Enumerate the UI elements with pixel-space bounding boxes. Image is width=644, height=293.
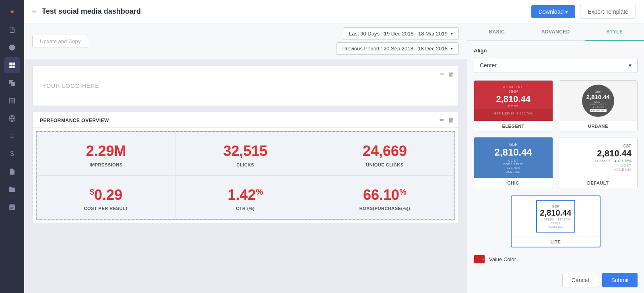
export-template-button[interactable]: Export Template: [580, 5, 636, 19]
previous-date-chevron: ▾: [451, 46, 453, 51]
perf-widget-actions: ✏ 🗑: [440, 117, 454, 123]
impressions-value: 2.29M: [43, 143, 169, 159]
tab-basic[interactable]: BASIC: [467, 23, 526, 41]
sidebar-item-note[interactable]: [4, 199, 20, 215]
sidebar-item-folder[interactable]: [4, 181, 20, 197]
logo-placeholder: YOUR LOGO HERE: [42, 83, 99, 89]
metric-cost: $0.29 COST PER RESULT: [37, 176, 176, 219]
clicks-label: CLICKS: [182, 162, 308, 167]
svg-rect-1: [9, 62, 12, 65]
sidebar-item-page[interactable]: [4, 22, 20, 38]
current-date-dropdown[interactable]: Last 90 Days : 19 Dec 2018 - 18 Mar 2019…: [343, 27, 459, 40]
panel-content: Align Center ▾ ACME INC GBP 2,810.44: [467, 41, 644, 267]
cost-label: COST PER RESULT: [43, 206, 169, 211]
align-dropdown[interactable]: Center ▾: [474, 58, 638, 73]
tab-advanced[interactable]: ADVANCED: [526, 23, 585, 41]
sidebar-item-grid[interactable]: [4, 57, 20, 73]
performance-widget: PERFORMANCE OVERVIEW ✏ 🗑 2.29M IMPRESSIO…: [32, 112, 459, 223]
subtoolbar: Update and Copy Last 90 Days : 19 Dec 20…: [24, 23, 467, 59]
update-copy-button[interactable]: Update and Copy: [32, 35, 88, 48]
chic-preview: GBP 2,810.44 COST GBP 1,233.95 127.76% A…: [474, 137, 553, 178]
main-area: ✏ Test social media dashboard Download ▾…: [24, 0, 644, 293]
cancel-button[interactable]: Cancel: [562, 273, 599, 287]
elegent-label: ELEGENT: [474, 121, 553, 131]
style-cards-grid: ACME INC GBP 2,810.44 COST GBP 1,233.95 …: [474, 80, 638, 188]
tab-style[interactable]: STYLE: [585, 23, 644, 41]
logo-edit-icon[interactable]: ✏: [440, 71, 445, 77]
sidebar-item-copy[interactable]: [4, 75, 20, 91]
metric-impressions: 2.29M IMPRESSIONS: [37, 132, 176, 176]
performance-title: PERFORMANCE OVERVIEW: [40, 118, 109, 123]
topbar: ✏ Test social media dashboard Download ▾…: [24, 0, 644, 23]
performance-widget-header: PERFORMANCE OVERVIEW ✏ 🗑: [33, 112, 458, 128]
edit-title-icon[interactable]: ✏: [32, 8, 37, 15]
style-card-elegent[interactable]: ACME INC GBP 2,810.44 COST GBP 1,233.95 …: [474, 80, 553, 131]
style-card-lite[interactable]: GBP 2,810.44 1,233.95 127.76% COST ACME …: [511, 195, 601, 247]
panel-footer: Cancel Submit: [467, 267, 644, 293]
current-date-chevron: ▾: [451, 31, 453, 36]
svg-rect-4: [12, 66, 15, 68]
metric-clicks: 32,515 CLICKS: [176, 132, 315, 176]
page-title: Test social media dashboard: [42, 7, 526, 16]
svg-rect-5: [11, 82, 15, 86]
panel-tabs: BASIC ADVANCED STYLE: [467, 23, 644, 41]
align-value: Center: [480, 62, 497, 69]
sidebar: ♥ ≡ $: [0, 0, 24, 293]
elegent-preview: ACME INC GBP 2,810.44 COST GBP 1,233.95 …: [474, 81, 553, 121]
ctr-value: 1.42%: [182, 187, 308, 203]
roas-label: ROAS(PURCHASE(%)): [322, 206, 448, 211]
value-color-swatch[interactable]: ▾: [474, 255, 485, 264]
svg-rect-2: [12, 62, 15, 65]
logo-delete-icon[interactable]: 🗑: [448, 71, 454, 77]
right-panel: BASIC ADVANCED STYLE Align Center ▾: [467, 23, 644, 293]
sidebar-item-chart[interactable]: [4, 39, 20, 56]
value-color-arrow: ▾: [482, 258, 484, 261]
sidebar-item-file[interactable]: [4, 164, 20, 180]
svg-point-0: [9, 45, 15, 51]
default-label: DEFAULT: [559, 178, 638, 188]
unique-clicks-label: UNIQUE CLICKS: [322, 162, 448, 167]
roas-value: 66.10%: [322, 187, 448, 203]
sidebar-item-table[interactable]: [4, 93, 20, 109]
perf-grid-container: 2.29M IMPRESSIONS 32,515 CLICKS 24,669 U…: [36, 131, 455, 220]
previous-date-dropdown[interactable]: Previous Period : 20 Sep 2018 - 18 Dec 2…: [336, 42, 459, 55]
dashboard-area: Update and Copy Last 90 Days : 19 Dec 20…: [24, 23, 467, 293]
svg-rect-3: [9, 66, 12, 68]
style-card-chic[interactable]: GBP 2,810.44 COST GBP 1,233.95 127.76% A…: [474, 137, 553, 188]
align-label: Align: [474, 48, 638, 54]
unique-clicks-value: 24,669: [322, 143, 448, 159]
style-card-default[interactable]: GBP 2,810.44 ↑1,233.95 ▲127.76% COST ACM…: [559, 137, 638, 188]
content-area: Update and Copy Last 90 Days : 19 Dec 20…: [24, 23, 644, 293]
perf-delete-icon[interactable]: 🗑: [448, 117, 454, 123]
metric-roas: 66.10% ROAS(PURCHASE(%)): [315, 176, 454, 219]
impressions-label: IMPRESSIONS: [43, 162, 169, 167]
ctr-label: CTR (%): [182, 206, 308, 211]
value-color-row: ▾ Value Color: [474, 255, 638, 264]
perf-grid: 2.29M IMPRESSIONS 32,515 CLICKS 24,669 U…: [37, 132, 454, 219]
lite-preview: GBP 2,810.44 1,233.95 127.76% COST ACME …: [512, 196, 600, 237]
submit-button[interactable]: Submit: [602, 273, 638, 287]
sidebar-item-list[interactable]: ≡: [4, 128, 20, 144]
lite-label: LITE: [512, 237, 600, 247]
sidebar-item-heart[interactable]: ♥: [4, 4, 20, 20]
urbane-preview: GBP 2,810.44 COST GBP 1,233.95 ▲ 12776% …: [559, 81, 638, 121]
metric-ctr: 1.42% CTR (%): [176, 176, 315, 219]
perf-edit-icon[interactable]: ✏: [440, 117, 445, 123]
sidebar-item-dollar[interactable]: $: [4, 146, 20, 162]
logo-widget-actions: ✏ 🗑: [440, 71, 454, 77]
metric-unique-clicks: 24,669 UNIQUE CLICKS: [315, 132, 454, 176]
logo-widget: YOUR LOGO HERE ✏ 🗑: [32, 66, 459, 106]
sidebar-item-globe[interactable]: [4, 110, 20, 127]
urbane-label: URBANE: [559, 121, 638, 131]
value-color-label: Value Color: [489, 256, 516, 262]
download-button[interactable]: Download ▾: [531, 5, 575, 18]
style-card-urbane[interactable]: GBP 2,810.44 COST GBP 1,233.95 ▲ 12776% …: [559, 80, 638, 131]
chic-label: CHIC: [474, 178, 553, 188]
clicks-value: 32,515: [182, 143, 308, 159]
align-chevron-icon: ▾: [629, 62, 632, 69]
cost-value: $0.29: [43, 187, 169, 203]
default-preview: GBP 2,810.44 ↑1,233.95 ▲127.76% COST ACM…: [559, 137, 638, 178]
dashboard-inner: YOUR LOGO HERE ✏ 🗑 PERFORMANCE OVERVIEW …: [24, 59, 467, 230]
date-dropdowns: Last 90 Days : 19 Dec 2018 - 18 Mar 2019…: [336, 27, 459, 55]
